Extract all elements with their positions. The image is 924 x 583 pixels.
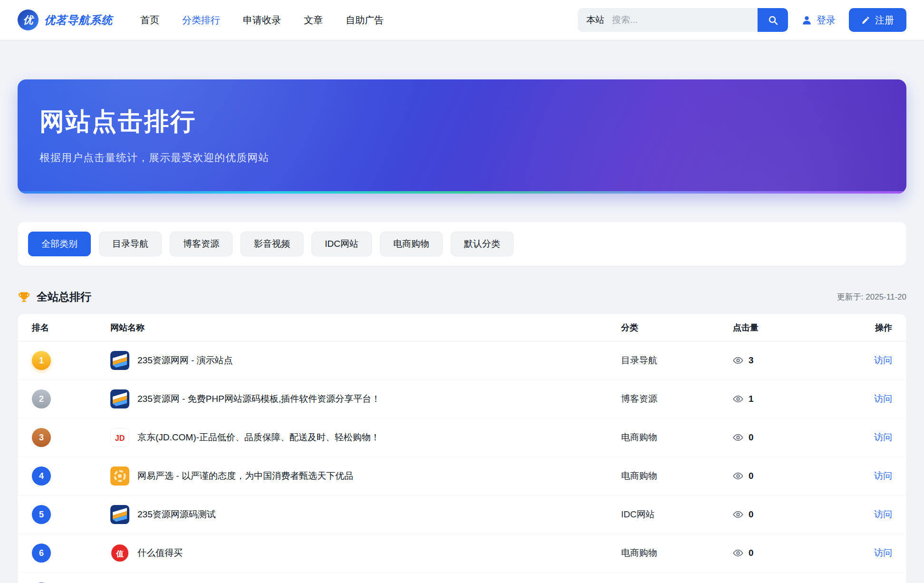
z235-logo-icon: [110, 389, 129, 408]
category-label: 电商购物: [621, 470, 733, 482]
category-pill[interactable]: 电商购物: [380, 232, 443, 256]
register-button[interactable]: 注册: [849, 8, 906, 32]
clicks-count: 0: [749, 432, 754, 443]
jd-logo-icon: JD: [110, 428, 129, 447]
svg-text:JD: JD: [115, 434, 125, 442]
clicks-count: 0: [749, 548, 754, 558]
rank-badge: 2: [32, 389, 51, 408]
navbar: 优 优茗导航系统 首页分类排行申请收录文章自助广告 本站: [0, 0, 924, 40]
rank-cell: 3: [32, 428, 110, 447]
clicks-cell: 0: [733, 432, 847, 443]
table-row: 4网易严选 - 以严谨的态度，为中国消费者甄选天下优品电商购物0访问: [18, 457, 906, 496]
eye-icon: [733, 394, 743, 404]
eye-icon: [733, 471, 743, 481]
site-cell: 235资源网网 - 演示站点: [110, 351, 621, 370]
site-cell: JD京东(JD.COM)-正品低价、品质保障、配送及时、轻松购物！: [110, 428, 621, 447]
table-row: 1235资源网网 - 演示站点目录导航3访问: [18, 341, 906, 380]
category-label: 博客资源: [621, 393, 733, 405]
table-header-row: 排名 网站名称 分类 点击量 操作: [18, 314, 906, 341]
category-label: IDC网站: [621, 508, 733, 521]
action-cell: 访问: [847, 508, 892, 521]
search-bar: 本站: [578, 8, 788, 32]
site-name-link[interactable]: 网易严选 - 以严谨的态度，为中国消费者甄选天下优品: [137, 470, 353, 482]
category-label: 电商购物: [621, 431, 733, 444]
site-name-link[interactable]: 什么值得买: [137, 547, 183, 559]
eye-icon: [733, 548, 743, 558]
clicks-cell: 0: [733, 509, 847, 520]
category-pill[interactable]: 默认分类: [451, 232, 514, 256]
search-input[interactable]: [612, 15, 758, 25]
action-cell: 访问: [847, 547, 892, 559]
rank-badge: 6: [32, 544, 51, 563]
category-pill[interactable]: 博客资源: [170, 232, 233, 256]
clicks-count: 0: [749, 509, 754, 520]
table-body: 1235资源网网 - 演示站点目录导航3访问2235资源网 - 免费PHP网站源…: [18, 341, 906, 583]
nav-item[interactable]: 分类排行: [182, 14, 220, 27]
table-row: 6值什么值得买电商购物0访问: [18, 534, 906, 573]
site-cell: 网易严选 - 以严谨的态度，为中国消费者甄选天下优品: [110, 466, 621, 486]
search-icon: [768, 15, 778, 26]
rank-cell: 2: [32, 389, 110, 408]
table-row: 7松松网 - 卢松松博客 - 为草根创业者提供网络推广知识博客资源0访问: [18, 573, 906, 583]
ranking-header: 全站总排行 更新于: 2025-11-20: [18, 290, 906, 304]
clicks-count: 3: [749, 355, 754, 366]
rank-badge: 3: [32, 428, 51, 447]
visit-link[interactable]: 访问: [874, 509, 892, 519]
rank-badge: 4: [32, 466, 51, 486]
category-pill[interactable]: 目录导航: [99, 232, 162, 256]
ranking-title: 全站总排行: [37, 290, 91, 304]
visit-link[interactable]: 访问: [874, 548, 892, 558]
trophy-icon: [18, 291, 30, 303]
table-row: 2235资源网 - 免费PHP网站源码模板,插件软件资源分享平台！博客资源1访问: [18, 380, 906, 418]
site-cell: 235资源网 - 免费PHP网站源码模板,插件软件资源分享平台！: [110, 389, 621, 408]
site-cell: 235资源网源码测试: [110, 505, 621, 524]
category-pill[interactable]: 全部类别: [28, 232, 91, 256]
search-scope-select[interactable]: 本站: [578, 14, 612, 26]
column-header-name: 网站名称: [110, 322, 621, 333]
z235-logo-icon: [110, 351, 129, 370]
site-name-link[interactable]: 235资源网 - 免费PHP网站源码模板,插件软件资源分享平台！: [137, 393, 380, 405]
clicks-cell: 1: [733, 394, 847, 404]
register-label: 注册: [875, 14, 894, 27]
clicks-count: 1: [749, 394, 754, 404]
rank-cell: 1: [32, 351, 110, 370]
nav-item[interactable]: 申请收录: [243, 14, 281, 27]
visit-link[interactable]: 访问: [874, 355, 892, 365]
clicks-cell: 0: [733, 471, 847, 481]
rank-cell: 6: [32, 544, 110, 563]
search-button[interactable]: [758, 8, 788, 32]
visit-link[interactable]: 访问: [874, 432, 892, 442]
action-cell: 访问: [847, 470, 892, 482]
visit-link[interactable]: 访问: [874, 394, 892, 404]
yanxuan-logo-icon: [110, 466, 129, 486]
main-nav: 首页分类排行申请收录文章自助广告: [140, 14, 384, 27]
nav-item[interactable]: 自助广告: [346, 14, 384, 27]
nav-item[interactable]: 首页: [140, 14, 159, 27]
column-header-category: 分类: [621, 322, 733, 333]
column-header-rank: 排名: [32, 322, 110, 333]
column-header-clicks: 点击量: [733, 322, 847, 333]
column-header-action: 操作: [847, 322, 892, 333]
brand-icon: 优: [18, 10, 39, 30]
brand-logo[interactable]: 优 优茗导航系统: [18, 10, 113, 30]
nav-item[interactable]: 文章: [304, 14, 323, 27]
page-title: 网站点击排行: [39, 105, 885, 138]
smzdm-logo-icon: 值: [110, 544, 129, 563]
rank-badge: 1: [32, 351, 51, 370]
action-cell: 访问: [847, 393, 892, 405]
category-pill[interactable]: 影音视频: [241, 232, 303, 256]
category-pill[interactable]: IDC网站: [311, 232, 372, 256]
page-subtitle: 根据用户点击量统计，展示最受欢迎的优质网站: [39, 151, 885, 165]
site-name-link[interactable]: 京东(JD.COM)-正品低价、品质保障、配送及时、轻松购物！: [137, 431, 380, 444]
updated-date: 更新于: 2025-11-20: [837, 292, 906, 302]
site-cell: 值什么值得买: [110, 544, 621, 563]
visit-link[interactable]: 访问: [874, 471, 892, 481]
site-name-link[interactable]: 235资源网网 - 演示站点: [137, 354, 233, 367]
rank-badge: 5: [32, 505, 51, 524]
site-name-link[interactable]: 235资源网源码测试: [137, 508, 216, 521]
login-link[interactable]: 登录: [801, 14, 836, 27]
login-label: 登录: [817, 14, 836, 27]
clicks-cell: 3: [733, 355, 847, 366]
svg-text:值: 值: [116, 550, 124, 558]
user-icon: [801, 15, 812, 26]
